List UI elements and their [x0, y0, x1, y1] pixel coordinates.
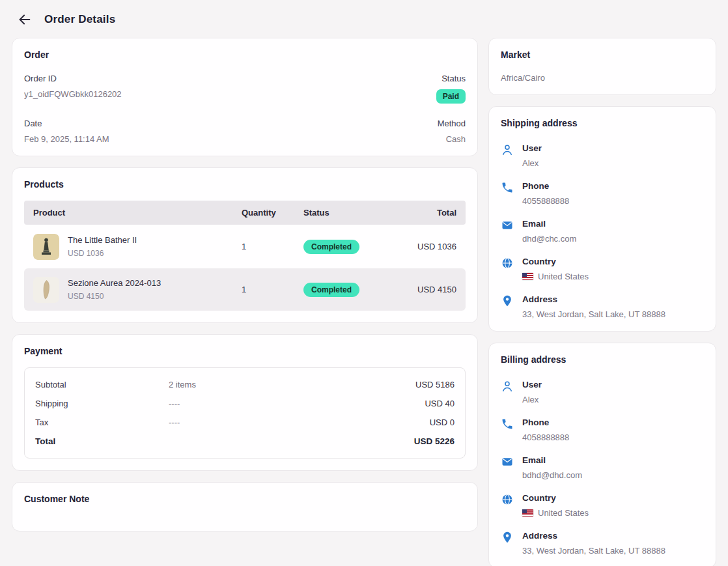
shipping-address-title: Shipping address	[501, 118, 704, 128]
subtotal-label: Subtotal	[35, 380, 169, 389]
pin-icon	[501, 294, 514, 307]
product-price: USD 4150	[68, 292, 161, 301]
phone-value: 4058888888	[522, 432, 569, 442]
product-total: USD 1036	[391, 242, 456, 251]
country-label: Country	[522, 493, 589, 503]
payment-row-subtotal: Subtotal 2 items USD 5186	[35, 375, 455, 394]
product-thumbnail-sculpture	[33, 277, 59, 303]
products-table: Product Quantity Status Total	[24, 201, 466, 311]
payment-summary-box: Subtotal 2 items USD 5186 Shipping ---- …	[24, 367, 466, 459]
order-id-value: y1_oidFQWGbkk0126202	[24, 89, 122, 99]
billing-address-title: Billing address	[501, 354, 704, 365]
billing-address-field: Address 33, West Jordan, Salt Lake, UT 8…	[501, 531, 704, 556]
product-name: Sezione Aurea 2024-013	[68, 278, 161, 288]
address-label: Address	[522, 531, 665, 541]
market-card-title: Market	[501, 50, 704, 60]
country-value: United States	[522, 272, 589, 281]
user-icon	[501, 143, 514, 156]
email-value: dhd@chc.com	[522, 234, 576, 244]
phone-label: Phone	[522, 417, 569, 427]
billing-email-field: Email bdhd@dhd.com	[501, 455, 704, 480]
shipping-detail: ----	[169, 399, 425, 408]
tax-detail: ----	[169, 417, 430, 427]
status-badge: Paid	[436, 89, 466, 104]
globe-icon	[501, 493, 514, 506]
email-icon	[501, 455, 514, 468]
user-label: User	[522, 380, 542, 389]
order-date-field: Date Feb 9, 2025, 11:14 AM	[24, 119, 109, 144]
order-id-label: Order ID	[24, 74, 122, 83]
subtotal-amount: USD 5186	[415, 380, 455, 389]
payment-row-total: Total USD 5226	[35, 432, 455, 451]
tax-label: Tax	[35, 417, 169, 427]
header-status: Status	[303, 208, 391, 218]
tax-amount: USD 0	[430, 417, 455, 427]
status-label: Status	[436, 74, 466, 83]
payment-card: Payment Subtotal 2 items USD 5186 Shippi…	[12, 334, 478, 471]
total-amount: USD 5226	[414, 436, 455, 446]
method-label: Method	[438, 119, 466, 128]
phone-value: 4055888888	[522, 196, 569, 206]
product-quantity: 1	[242, 285, 303, 294]
method-value: Cash	[438, 134, 466, 144]
order-card: Order Order ID y1_oidFQWGbkk0126202 Stat…	[12, 38, 478, 156]
billing-user-field: User Alex	[501, 380, 704, 404]
pin-icon	[501, 531, 514, 544]
product-price: USD 1036	[68, 249, 137, 258]
shipping-email-field: Email dhd@chc.com	[501, 219, 704, 244]
user-icon	[501, 380, 514, 393]
phone-icon	[501, 417, 514, 431]
globe-icon	[501, 257, 514, 270]
products-card: Products Product Quantity Status Total	[12, 167, 478, 323]
address-value: 33, West Jordan, Salt Lake, UT 88888	[522, 546, 665, 556]
payment-row-shipping: Shipping ---- USD 40	[35, 394, 455, 413]
shipping-phone-field: Phone 4055888888	[501, 181, 704, 206]
shipping-country-field: Country United States	[501, 257, 704, 281]
us-flag-icon	[522, 509, 533, 516]
product-quantity: 1	[242, 242, 303, 251]
page-title: Order Details	[44, 13, 115, 26]
product-name: The Little Bather II	[68, 235, 137, 245]
user-value: Alex	[522, 158, 542, 168]
payment-card-title: Payment	[24, 346, 466, 356]
user-value: Alex	[522, 395, 542, 404]
us-flag-icon	[522, 273, 533, 280]
shipping-user-field: User Alex	[501, 143, 704, 168]
product-total: USD 4150	[391, 285, 456, 294]
shipping-label: Shipping	[35, 399, 169, 408]
date-value: Feb 9, 2025, 11:14 AM	[24, 134, 109, 144]
date-label: Date	[24, 119, 109, 128]
order-method-field: Method Cash	[438, 119, 466, 144]
user-label: User	[522, 143, 542, 153]
shipping-address-field: Address 33, West Jordan, Salt Lake, UT 8…	[501, 294, 704, 319]
email-icon	[501, 219, 514, 232]
total-label: Total	[35, 436, 169, 446]
market-value: Africa/Cairo	[501, 73, 704, 83]
address-label: Address	[522, 294, 665, 304]
products-card-title: Products	[24, 179, 466, 190]
email-label: Email	[522, 219, 576, 229]
shipping-address-card: Shipping address User Alex	[488, 106, 716, 332]
header-quantity: Quantity	[242, 208, 303, 218]
back-arrow-icon[interactable]	[17, 12, 33, 27]
header-total: Total	[391, 208, 456, 218]
subtotal-detail: 2 items	[169, 380, 415, 389]
shipping-amount: USD 40	[425, 399, 455, 408]
table-row[interactable]: The Little Bather II USD 1036 1 Complete…	[24, 225, 466, 268]
product-thumbnail-statue	[33, 234, 59, 260]
phone-label: Phone	[522, 181, 569, 191]
billing-phone-field: Phone 4058888888	[501, 417, 704, 442]
address-value: 33, West Jordan, Salt Lake, UT 88888	[522, 309, 665, 319]
customer-note-title: Customer Note	[24, 494, 466, 504]
product-status-badge: Completed	[303, 283, 359, 297]
order-details-page: Order Details Order Order ID y1_oidFQWGb…	[0, 0, 728, 566]
header-product: Product	[33, 208, 242, 218]
products-table-header: Product Quantity Status Total	[24, 201, 466, 225]
billing-country-field: Country United States	[501, 493, 704, 518]
order-id-field: Order ID y1_oidFQWGbkk0126202	[24, 74, 122, 99]
phone-icon	[501, 181, 514, 194]
email-value: bdhd@dhd.com	[522, 470, 582, 480]
payment-row-tax: Tax ---- USD 0	[35, 413, 455, 432]
billing-address-card: Billing address User Alex	[488, 343, 716, 566]
table-row[interactable]: Sezione Aurea 2024-013 USD 4150 1 Comple…	[24, 268, 466, 311]
